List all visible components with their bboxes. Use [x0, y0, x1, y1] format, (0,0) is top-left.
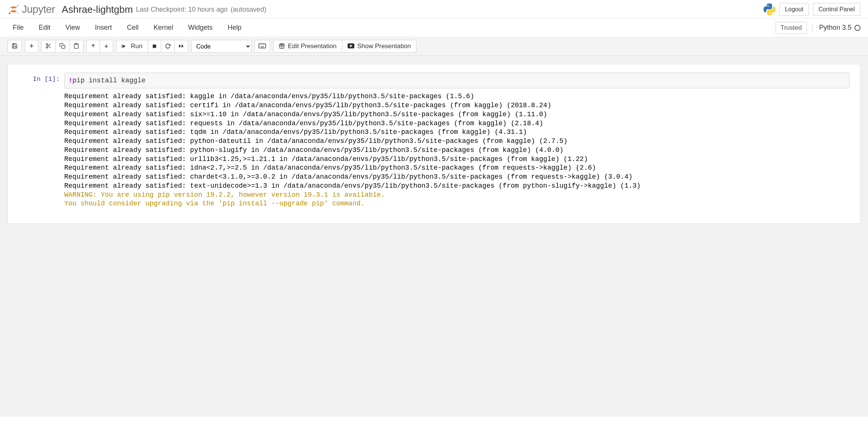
move-cell-up-button[interactable] [86, 40, 100, 53]
play-filled-icon [348, 43, 354, 50]
kernel-name: Python 3.5 [819, 24, 851, 32]
logout-button[interactable]: Logout [779, 3, 809, 16]
stop-icon [152, 44, 157, 49]
svg-marker-18 [179, 44, 181, 48]
python-icon [764, 3, 776, 15]
edit-presentation-button[interactable]: Edit Presentation [273, 40, 342, 53]
plus-icon [29, 43, 34, 49]
svg-line-9 [47, 45, 48, 46]
gift-icon [279, 43, 285, 50]
svg-point-2 [17, 13, 18, 14]
notebook-name[interactable]: Ashrae-lightgbm [62, 4, 133, 15]
copy-icon [59, 43, 65, 50]
jupyter-brand-text: Jupyter [22, 3, 55, 15]
output-cell: Requirement already satisfied: kaggle in… [8, 88, 850, 208]
menu-help[interactable]: Help [220, 20, 249, 35]
svg-rect-19 [259, 44, 266, 48]
command-palette-button[interactable] [254, 40, 270, 53]
svg-rect-16 [153, 44, 156, 48]
svg-rect-10 [62, 45, 65, 49]
output-prompt [8, 88, 64, 91]
svg-line-8 [49, 47, 51, 48]
arrow-down-icon [104, 43, 109, 49]
edit-presentation-label: Edit Presentation [288, 42, 336, 50]
restart-icon [165, 43, 171, 50]
save-button[interactable] [8, 40, 22, 53]
run-button[interactable]: Run [116, 40, 148, 53]
menu-file[interactable]: File [8, 20, 31, 35]
run-button-label: Run [131, 42, 142, 50]
menu-kernel[interactable]: Kernel [146, 20, 181, 35]
svg-marker-17 [181, 44, 184, 48]
svg-point-0 [17, 5, 18, 7]
restart-button[interactable] [161, 40, 175, 53]
header: Jupyter Ashrae-lightgbm Last Checkpoint:… [0, 0, 868, 18]
checkpoint-status: Last Checkpoint: 10 hours ago [136, 6, 228, 14]
code-input[interactable]: !pip install kaggle [64, 73, 850, 88]
keyboard-icon [259, 43, 266, 49]
trusted-indicator[interactable]: Trusted [776, 22, 807, 34]
jupyter-logo[interactable]: Jupyter [8, 3, 55, 15]
input-prompt: In [1]: [8, 73, 64, 83]
kernel-indicator: Python 3.5 [812, 24, 860, 32]
notebook-container: In [1]: !pip install kaggle Requirement … [0, 56, 868, 417]
output-stdout: Requirement already satisfied: kaggle in… [64, 93, 641, 190]
paste-cell-button[interactable] [69, 40, 83, 53]
code-cell[interactable]: In [1]: !pip install kaggle [8, 73, 850, 88]
menu-insert[interactable]: Insert [88, 20, 119, 35]
cut-icon [45, 43, 51, 50]
svg-point-1 [9, 12, 11, 14]
svg-rect-11 [75, 43, 77, 44]
fast-forward-icon [178, 43, 184, 50]
arrow-up-icon [91, 43, 96, 49]
autosave-status: (autosaved) [231, 6, 266, 14]
insert-cell-below-button[interactable] [25, 40, 38, 53]
menubar: File Edit View Insert Cell Kernel Widget… [0, 18, 868, 37]
menu-widgets[interactable]: Widgets [181, 20, 220, 35]
code-text: pip install kaggle [73, 77, 145, 84]
menu-view[interactable]: View [58, 20, 88, 35]
code-punct: ! [68, 77, 73, 84]
output-warning: WARNING: You are using pip version 19.2.… [64, 191, 385, 208]
cell-type-select[interactable]: CodeMarkdownRaw NBConvertHeading [191, 40, 251, 53]
menu-cell[interactable]: Cell [119, 20, 146, 35]
run-icon [122, 43, 126, 50]
show-presentation-button[interactable]: Show Presentation [342, 40, 417, 53]
svg-marker-14 [123, 44, 126, 48]
show-presentation-label: Show Presentation [357, 42, 411, 50]
svg-rect-15 [122, 44, 122, 48]
interrupt-button[interactable] [148, 40, 161, 53]
move-cell-down-button[interactable] [100, 40, 113, 53]
toolbar: Run CodeMarkdownRaw NBConvertHeading [0, 37, 868, 56]
copy-cell-button[interactable] [55, 40, 70, 53]
jupyter-icon [8, 3, 20, 15]
cut-cell-button[interactable] [41, 40, 56, 53]
control-panel-button[interactable]: Control Panel [813, 3, 860, 16]
kernel-idle-icon [854, 25, 860, 31]
cell-output: Requirement already satisfied: kaggle in… [64, 88, 850, 208]
menu-edit[interactable]: Edit [31, 20, 58, 35]
save-icon [12, 43, 18, 50]
restart-run-all-button[interactable] [174, 40, 188, 53]
notebook: In [1]: !pip install kaggle Requirement … [8, 64, 860, 224]
paste-icon [73, 43, 79, 50]
